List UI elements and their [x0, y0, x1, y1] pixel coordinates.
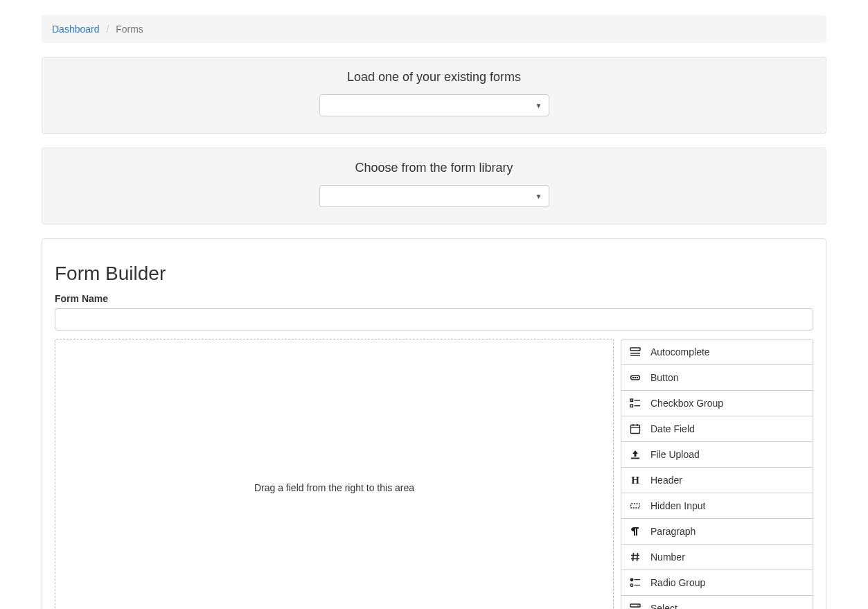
button-icon: [630, 372, 641, 383]
upload-icon: [630, 449, 641, 460]
load-existing-select[interactable]: [319, 94, 549, 116]
palette-item-label: Radio Group: [650, 577, 705, 588]
palette-item-label: File Upload: [650, 449, 700, 460]
header-icon: H: [630, 475, 641, 486]
load-existing-title: Load one of your existing forms: [53, 70, 815, 85]
radio-group-icon: [630, 577, 641, 588]
form-builder-heading: Form Builder: [55, 263, 813, 285]
svg-point-27: [631, 579, 632, 580]
svg-rect-20: [631, 458, 639, 459]
library-select[interactable]: [319, 185, 549, 207]
palette-item-label: Autocomplete: [650, 346, 710, 358]
palette-item-label: Checkbox Group: [650, 398, 723, 409]
palette-item-select[interactable]: Select: [621, 596, 813, 609]
palette-item-label: Date Field: [650, 423, 695, 434]
palette-item-label: Header: [650, 475, 682, 486]
svg-line-24: [633, 553, 634, 561]
palette-item-label: Button: [650, 372, 678, 383]
palette-item-upload[interactable]: File Upload: [621, 442, 813, 468]
field-palette: AutocompleteButtonCheckbox GroupDate Fie…: [621, 339, 813, 609]
select-icon: [630, 603, 641, 609]
paragraph-icon: [630, 526, 641, 537]
breadcrumb-current: Forms: [116, 24, 143, 35]
palette-item-checkbox-group[interactable]: Checkbox Group: [621, 391, 813, 416]
drop-area-hint: Drag a field from the right to this area: [254, 482, 414, 493]
palette-item-paragraph[interactable]: Paragraph: [621, 519, 813, 545]
checkbox-group-icon: [630, 398, 641, 409]
palette-item-label: Paragraph: [650, 526, 696, 537]
drop-area[interactable]: Drag a field from the right to this area: [55, 339, 614, 609]
form-builder-panel: Form Builder Form Name Drag a field from…: [42, 238, 826, 609]
load-existing-well: Load one of your existing forms ▼: [42, 57, 826, 134]
library-title: Choose from the form library: [53, 161, 815, 175]
palette-item-label: Select: [650, 603, 677, 609]
palette-item-label: Hidden Input: [650, 500, 705, 511]
hidden-icon: [630, 500, 641, 511]
palette-item-date[interactable]: Date Field: [621, 416, 813, 442]
svg-point-29: [630, 584, 633, 587]
svg-point-4: [632, 377, 633, 378]
number-icon: [630, 551, 641, 563]
palette-item-label: Number: [650, 551, 685, 563]
breadcrumb-dashboard-link[interactable]: Dashboard: [52, 24, 100, 35]
form-name-input[interactable]: [55, 308, 813, 330]
palette-item-header[interactable]: HHeader: [621, 468, 813, 493]
form-name-label: Form Name: [55, 293, 813, 304]
palette-item-number[interactable]: Number: [621, 545, 813, 570]
svg-rect-11: [631, 425, 640, 434]
autocomplete-icon: [630, 346, 641, 358]
library-well: Choose from the form library ▼: [42, 148, 826, 224]
breadcrumb: Dashboard / Forms: [42, 15, 826, 43]
palette-item-autocomplete[interactable]: Autocomplete: [621, 339, 813, 365]
svg-point-6: [637, 377, 637, 378]
svg-point-5: [635, 377, 635, 378]
svg-line-25: [637, 553, 638, 561]
palette-item-button[interactable]: Button: [621, 365, 813, 391]
palette-item-hidden[interactable]: Hidden Input: [621, 493, 813, 519]
palette-item-radio-group[interactable]: Radio Group: [621, 570, 813, 596]
breadcrumb-separator: /: [102, 24, 113, 35]
svg-rect-9: [630, 405, 633, 407]
svg-rect-21: [631, 504, 640, 508]
svg-rect-0: [630, 348, 640, 351]
date-icon: [630, 423, 641, 434]
